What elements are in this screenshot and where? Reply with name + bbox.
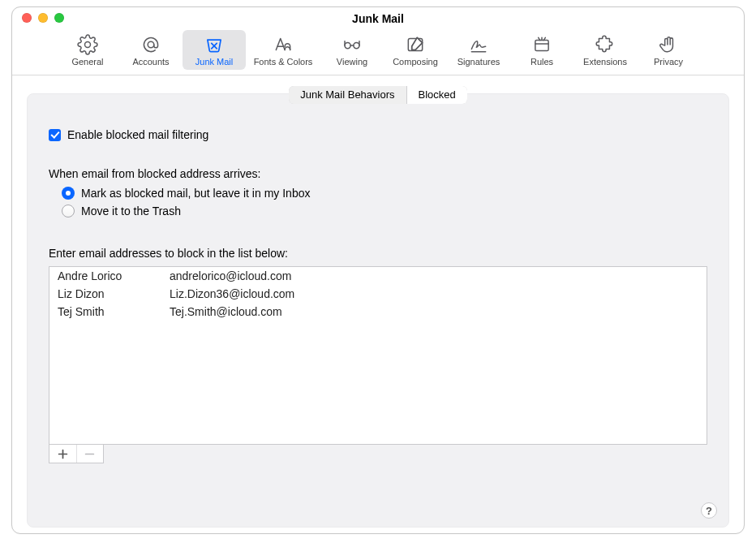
toolbar-composing[interactable]: Composing: [384, 30, 447, 70]
toolbar-extensions[interactable]: Extensions: [573, 30, 637, 70]
compose-icon: [384, 33, 447, 56]
toolbar-label: Signatures: [447, 57, 510, 67]
svg-point-6: [354, 43, 359, 49]
toolbar-viewing[interactable]: Viewing: [320, 30, 384, 70]
puzzle-icon: [573, 33, 637, 56]
blocked-email: Tej.Smith@icloud.com: [170, 305, 698, 318]
preferences-window: Junk Mail General Accounts Junk Mai: [11, 6, 745, 534]
toolbar-signatures[interactable]: Signatures: [447, 30, 510, 70]
help-button[interactable]: ?: [701, 502, 717, 519]
at-sign-icon: [119, 33, 183, 56]
gear-icon: [56, 33, 119, 56]
add-remove-bar: [49, 445, 104, 463]
enable-blocked-filtering-checkbox[interactable]: [49, 129, 61, 141]
svg-point-1: [148, 41, 154, 48]
minus-icon: [84, 449, 95, 459]
toolbar-general[interactable]: General: [56, 30, 119, 70]
toolbar-label: Junk Mail: [183, 57, 246, 67]
blocked-email: Liz.Dizon36@icloud.com: [170, 287, 698, 300]
toolbar-label: Fonts & Colors: [246, 57, 320, 67]
toolbar-privacy[interactable]: Privacy: [637, 30, 700, 70]
svg-point-5: [345, 43, 350, 49]
hand-icon: [637, 33, 700, 56]
blocked-addresses-list[interactable]: Andre Lorico andrelorico@icloud.com Liz …: [49, 266, 707, 445]
toolbar-label: Accounts: [119, 57, 183, 67]
window-title: Junk Mail: [12, 7, 744, 25]
tab-blocked[interactable]: Blocked: [406, 86, 467, 104]
blocked-name: Liz Dizon: [58, 287, 170, 300]
radio-mark-blocked[interactable]: [62, 187, 75, 200]
list-heading: Enter email addresses to block in the li…: [49, 247, 707, 260]
blocked-email: andrelorico@icloud.com: [170, 269, 698, 282]
svg-point-0: [85, 42, 91, 48]
toolbar-label: Privacy: [637, 57, 700, 67]
blocked-name: Tej Smith: [58, 305, 170, 318]
radio-mark-blocked-label: Mark as blocked mail, but leave it in my…: [81, 187, 310, 200]
toolbar-label: Rules: [510, 57, 573, 67]
zoom-icon[interactable]: [54, 13, 64, 23]
radio-move-trash-label: Move it to the Trash: [81, 205, 181, 218]
svg-rect-9: [535, 41, 548, 51]
toolbar-label: Extensions: [573, 57, 637, 67]
signature-icon: [447, 33, 510, 56]
toolbar-label: General: [56, 57, 119, 67]
toolbar-rules[interactable]: Rules: [510, 30, 573, 70]
list-item[interactable]: Liz Dizon Liz.Dizon36@icloud.com: [49, 285, 707, 303]
glasses-icon: [320, 33, 384, 56]
toolbar-label: Viewing: [320, 57, 384, 67]
list-item[interactable]: Andre Lorico andrelorico@icloud.com: [49, 267, 707, 285]
toolbar-fonts-colors[interactable]: Fonts & Colors: [246, 30, 320, 70]
prefs-toolbar: General Accounts Junk Mail Fonts & Color…: [12, 30, 744, 75]
junk-mail-icon: [183, 33, 246, 56]
rules-icon: [510, 33, 573, 56]
list-item[interactable]: Tej Smith Tej.Smith@icloud.com: [49, 303, 707, 321]
enable-blocked-filtering-label: Enable blocked mail filtering: [67, 128, 208, 141]
add-button[interactable]: [49, 445, 76, 463]
toolbar-accounts[interactable]: Accounts: [119, 30, 183, 70]
blocked-name: Andre Lorico: [58, 269, 170, 282]
window-controls: [22, 13, 64, 23]
titlebar: Junk Mail: [12, 7, 744, 30]
fonts-icon: [246, 33, 320, 56]
subtab-segmented-control: Junk Mail Behaviors Blocked: [289, 86, 467, 104]
minimize-icon[interactable]: [38, 13, 48, 23]
remove-button[interactable]: [76, 445, 103, 463]
toolbar-label: Composing: [384, 57, 447, 67]
radio-move-trash[interactable]: [62, 205, 75, 218]
arrives-heading: When email from blocked address arrives:: [49, 167, 707, 180]
content-panel: Junk Mail Behaviors Blocked Enable block…: [27, 93, 729, 528]
toolbar-junk-mail[interactable]: Junk Mail: [183, 30, 246, 70]
plus-icon: [58, 449, 68, 459]
close-icon[interactable]: [22, 13, 32, 23]
tab-junk-behaviors[interactable]: Junk Mail Behaviors: [289, 86, 406, 104]
